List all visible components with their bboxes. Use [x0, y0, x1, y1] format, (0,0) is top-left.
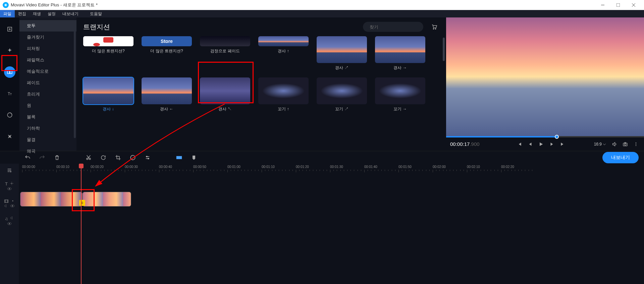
play-button[interactable] [537, 140, 545, 148]
transition-wizard-button[interactable] [175, 154, 183, 162]
transition-thumb [83, 36, 133, 46]
menu-settings[interactable]: 설정 [44, 10, 59, 17]
category-favorites[interactable]: 즐겨찾기 [19, 32, 76, 43]
transition-item-1[interactable]: Store더 많은 트랜지션? [142, 36, 192, 71]
aspect-ratio-selector[interactable]: 16:9 [592, 142, 608, 147]
next-frame-button[interactable] [548, 140, 556, 148]
category-circle[interactable]: 원 [19, 100, 76, 111]
ruler-mark: 00:00:10 [56, 165, 69, 169]
transition-item-9[interactable]: 꼬기 ↑ [258, 77, 309, 112]
add-track-button[interactable] [0, 164, 19, 177]
title-track[interactable] [19, 173, 644, 190]
volume-button[interactable] [610, 140, 619, 148]
video-track-controls[interactable] [0, 194, 19, 212]
panel-title: 트랜지션 [83, 22, 358, 32]
menu-export[interactable]: 내보내기 [59, 10, 82, 17]
ruler-mark: 00:00:20 [91, 165, 104, 169]
playhead[interactable] [81, 164, 82, 284]
svg-point-38 [11, 183, 12, 184]
category-featured[interactable]: 피처링 [19, 43, 76, 54]
audio-track[interactable] [19, 208, 644, 225]
category-block[interactable]: 블록 [19, 111, 76, 123]
menu-file[interactable]: 파일 [0, 10, 15, 17]
transition-item-11[interactable]: 꼬기 → [375, 77, 425, 112]
audio-track-controls[interactable]: ♫ [0, 212, 19, 229]
category-sidebar: 모두 즐겨찾기 피처링 패럴랙스 예술적으로 페이드 흐리게 원 블록 기하학 … [19, 17, 76, 151]
transition-thumb [375, 36, 425, 63]
scrubber-handle[interactable] [555, 135, 559, 139]
menu-help[interactable]: 도움말 [87, 10, 105, 17]
crop-button[interactable] [114, 154, 122, 162]
title-track-controls[interactable]: T [0, 177, 19, 194]
app-logo [3, 2, 9, 8]
video-clip-2[interactable] [83, 192, 131, 207]
minimize-button[interactable] [595, 0, 610, 10]
svg-point-44 [12, 201, 13, 202]
transition-item-4[interactable]: 경사 ↗ [317, 36, 367, 71]
transition-item-8[interactable]: 경사 ↖ [200, 77, 250, 112]
transition-label: 더 많은 트랜지션? [150, 48, 183, 54]
video-track[interactable]: ◊ [19, 190, 644, 208]
timeline-area: T ♫ 00:00:0000:00:1000:00:2000:00:3000:0… [0, 164, 644, 284]
category-distort[interactable]: 왜곡 [19, 146, 76, 157]
stickers-tool[interactable] [4, 109, 15, 121]
skip-end-button[interactable] [558, 140, 567, 148]
transition-item-0[interactable]: 더 많은 트랜지션? [83, 36, 133, 71]
transition-item-6[interactable]: 경사 ↓ [83, 77, 133, 112]
clip-properties-button[interactable] [144, 154, 152, 162]
transition-item-3[interactable]: 경사 ↑ [258, 36, 309, 71]
transition-item-5[interactable]: 경사 → [375, 36, 425, 71]
search-box[interactable] [363, 22, 423, 32]
svg-point-46 [12, 205, 13, 207]
category-fade[interactable]: 페이드 [19, 77, 76, 89]
category-artistic[interactable]: 예술적으로 [19, 66, 76, 77]
category-wave[interactable]: 물결 [19, 134, 76, 146]
export-button[interactable]: 내보내기 [602, 152, 639, 163]
import-tool[interactable] [4, 23, 15, 35]
more-tools[interactable] [4, 131, 15, 142]
transition-thumb [375, 77, 425, 104]
category-all[interactable]: 모두 [19, 20, 76, 32]
timeline-tracks[interactable]: 00:00:0000:00:1000:00:2000:00:3000:00:40… [19, 164, 644, 284]
ruler-mark: 00:00:00 [22, 165, 35, 169]
timeline-ruler[interactable]: 00:00:0000:00:1000:00:2000:00:3000:00:40… [19, 164, 644, 173]
preview-menu-button[interactable] [632, 140, 640, 148]
marker-button[interactable] [190, 154, 198, 162]
snapshot-button[interactable] [621, 140, 629, 148]
category-blur[interactable]: 흐리게 [19, 89, 76, 100]
preview-panel: 00:00:17.900 16:9 [446, 17, 644, 151]
preview-video[interactable] [446, 17, 644, 136]
ruler-mark: 00:02:10 [467, 165, 480, 169]
transitions-tool[interactable] [4, 66, 15, 78]
svg-point-20 [624, 144, 626, 145]
category-geometric[interactable]: 기하학 [19, 123, 76, 134]
menu-edit[interactable]: 편집 [15, 10, 30, 17]
transition-thumb [142, 77, 192, 104]
transition-item-2[interactable]: 검정으로 페이드 [200, 36, 250, 71]
menu-play[interactable]: 재생 [30, 10, 44, 17]
maximize-button[interactable] [610, 0, 626, 10]
redo-button[interactable] [38, 154, 46, 162]
skip-start-button[interactable] [516, 140, 524, 148]
search-input[interactable] [370, 24, 426, 30]
color-button[interactable] [129, 154, 137, 162]
ruler-mark: 00:01:10 [262, 165, 275, 169]
transition-thumb [83, 77, 133, 104]
filters-tool[interactable] [4, 45, 15, 56]
transition-label: 경사 ↓ [103, 106, 114, 112]
svg-text:T: T [10, 93, 12, 96]
prev-frame-button[interactable] [526, 140, 534, 148]
transition-item-10[interactable]: 꼬기 ↗ [317, 77, 367, 112]
transition-item-7[interactable]: 경사 ← [142, 77, 192, 112]
svg-point-18 [435, 29, 436, 29]
category-parallax[interactable]: 패럴랙스 [19, 54, 76, 66]
rotate-button[interactable] [99, 154, 107, 162]
ruler-mark: 00:01:30 [330, 165, 343, 169]
close-button[interactable] [626, 0, 641, 10]
cut-button[interactable] [85, 154, 93, 162]
titles-tool[interactable]: TT [4, 88, 15, 99]
store-button[interactable] [429, 21, 439, 32]
transition-marker[interactable]: ◊ [79, 200, 85, 206]
video-clip-1[interactable] [20, 192, 83, 207]
preview-scrubber[interactable] [446, 136, 644, 137]
